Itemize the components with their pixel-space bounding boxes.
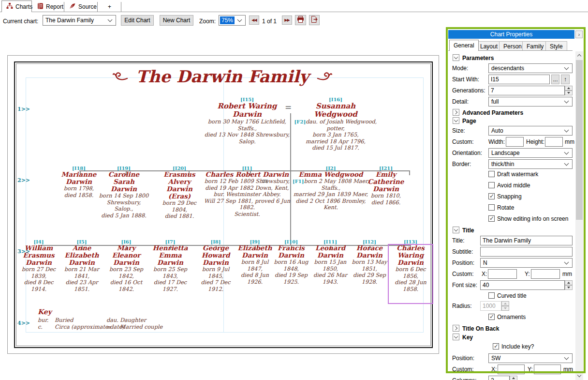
panel-tab-layout[interactable]: Layout xyxy=(476,41,502,51)
next-page-button[interactable]: ▶▶ xyxy=(282,15,292,25)
scrollbar-thumb[interactable] xyxy=(576,60,583,220)
collapse-parameters-button[interactable] xyxy=(453,54,459,61)
key-columns-spinner[interactable] xyxy=(510,376,517,380)
collapse-key-button[interactable] xyxy=(453,334,459,340)
up-arrow-button[interactable]: ↑ xyxy=(561,75,570,84)
orientation-select[interactable]: Landscape xyxy=(488,148,573,158)
person-name[interactable]: Francis Darwin xyxy=(269,244,313,259)
person-name[interactable]: William Erasmus Darwin xyxy=(17,244,60,266)
person-card[interactable]: [I20] Erasmus Alvery Darwin (Eras) born … xyxy=(154,166,205,220)
page-height-input[interactable] xyxy=(545,137,563,147)
person-name[interactable]: Robert Waring Darwin xyxy=(204,102,291,119)
collapse-page-button[interactable] xyxy=(453,117,459,124)
zoom-select[interactable]: 75% xyxy=(219,15,246,26)
key-y-input[interactable] xyxy=(534,365,561,374)
spin-down-icon[interactable] xyxy=(565,91,573,95)
person-card[interactable]: [I16] Susannah Wedgwood [F2]dau. of Josi… xyxy=(294,97,377,152)
size-select[interactable]: Auto xyxy=(488,126,573,136)
spin-down-icon[interactable] xyxy=(565,285,573,290)
person-card[interactable]: [I21] Emily Catherine Darwin born 1810, … xyxy=(366,166,406,206)
ornaments-checkbox[interactable] xyxy=(488,314,495,320)
include-key-checkbox[interactable] xyxy=(493,343,499,350)
current-chart-select[interactable]: The Darwin Family xyxy=(43,15,116,26)
panel-tab-family[interactable]: Family xyxy=(522,41,548,51)
curved-title-checkbox[interactable] xyxy=(488,292,495,299)
panel-scrollbar[interactable] xyxy=(575,51,583,380)
browse-button[interactable]: ... xyxy=(551,75,559,84)
person-name[interactable]: Erasmus Alvery Darwin (Eras) xyxy=(154,171,205,200)
person-name[interactable]: Marianne Darwin xyxy=(57,171,101,185)
tab-source[interactable]: Source xyxy=(65,2,98,12)
expand-advanced-button[interactable] xyxy=(453,109,459,116)
spin-up-icon[interactable] xyxy=(565,280,573,285)
snapping-checkbox[interactable] xyxy=(488,193,495,199)
key-position-select[interactable]: SW xyxy=(488,353,573,363)
page-width-input[interactable] xyxy=(506,137,524,147)
tab-new[interactable]: + xyxy=(98,2,121,12)
person-name[interactable]: George Howard Darwin xyxy=(194,244,237,266)
chart-title[interactable]: The Darwin Family xyxy=(136,67,309,86)
person-name[interactable]: Emily Catherine Darwin xyxy=(366,171,406,193)
panel-expand-button[interactable]: › xyxy=(575,30,583,38)
person-card[interactable]: [I6] Mary Eleanor Darwin born 23 Sep 184… xyxy=(104,239,148,292)
print-button[interactable] xyxy=(295,15,306,25)
expand-title-on-back-button[interactable] xyxy=(453,325,459,332)
title-position-select[interactable]: N xyxy=(480,258,573,268)
subtitle-input[interactable] xyxy=(480,247,573,257)
show-editing-info-checkbox[interactable] xyxy=(488,215,495,222)
person-name[interactable]: Caroline Sarah Darwin xyxy=(98,171,149,193)
person-card[interactable]: [I15] Robert Waring Darwin born 30 May 1… xyxy=(204,97,291,145)
person-name[interactable]: Leonard Darwin xyxy=(309,244,352,259)
panel-tab-general[interactable]: General xyxy=(449,40,479,51)
title-x-input[interactable] xyxy=(488,269,517,279)
person-card[interactable]: [I12] Horace Darwin born 13 May 1851, di… xyxy=(348,239,391,285)
person-name[interactable]: Charles Robert Darwin xyxy=(203,171,292,178)
person-name[interactable]: Mary Eleanor Darwin xyxy=(104,244,148,266)
font-size-input[interactable] xyxy=(480,280,565,290)
person-name[interactable]: Henrietta Emma Darwin xyxy=(148,244,192,266)
tab-report[interactable]: Report xyxy=(33,2,64,12)
title-y-input[interactable] xyxy=(531,269,560,279)
avoid-middle-label: Avoid middle xyxy=(497,182,530,189)
person-card[interactable]: [I8] George Howard Darwin born 9 Jul 184… xyxy=(194,239,237,292)
person-name[interactable]: Susannah Wedgwood xyxy=(294,102,377,119)
panel-title-bar[interactable]: Chart Properties xyxy=(448,30,574,39)
generations-input[interactable] xyxy=(488,86,565,95)
person-card[interactable]: [I19] Caroline Sarah Darwin born 14 Sep … xyxy=(98,166,149,219)
person-card[interactable]: [I7] Henrietta Emma Darwin born 25 Sep 1… xyxy=(148,239,192,292)
key-columns-input[interactable] xyxy=(488,376,510,380)
font-size-spinner[interactable] xyxy=(565,280,573,290)
export-button[interactable] xyxy=(309,15,320,25)
generations-spinner[interactable] xyxy=(565,86,573,95)
spin-up-icon[interactable] xyxy=(565,86,573,91)
rotate-checkbox[interactable] xyxy=(488,204,495,211)
panel-tab-style[interactable]: Style xyxy=(545,41,567,51)
person-card[interactable]: [I1] Charles Robert Darwin born 12 Feb 1… xyxy=(203,166,292,217)
person-card[interactable]: [I2] Emma Wedgwood [F1]born 2 May 1808 M… xyxy=(290,166,372,211)
person-card[interactable]: [I18] Marianne Darwin born 1798, died 18… xyxy=(57,166,101,198)
border-select[interactable]: thick/thin xyxy=(488,159,573,169)
key-x-input[interactable] xyxy=(498,365,525,374)
mode-select[interactable]: descendants xyxy=(488,63,573,73)
prev-page-button[interactable]: ◀◀ xyxy=(249,15,259,25)
collapse-title-button[interactable] xyxy=(453,227,459,233)
avoid-middle-checkbox[interactable] xyxy=(488,182,495,188)
new-chart-button[interactable]: New Chart xyxy=(160,15,193,26)
person-name[interactable]: Anne Elizabeth Darwin xyxy=(60,244,103,266)
scroll-down-button[interactable] xyxy=(575,372,583,380)
detail-select[interactable]: full xyxy=(488,97,573,106)
person-card[interactable]: [I10] Francis Darwin born 16 Aug 1848, d… xyxy=(269,239,313,285)
person-card[interactable]: [I11] Leonard Darwin born 15 Jan 1850, d… xyxy=(309,239,352,285)
person-name[interactable]: Horace Darwin xyxy=(348,244,391,259)
scroll-up-button[interactable] xyxy=(575,51,583,60)
edit-chart-button[interactable]: Edit Chart xyxy=(121,15,154,26)
draft-watermark-checkbox[interactable] xyxy=(488,171,495,177)
start-with-input[interactable] xyxy=(488,75,550,84)
tab-charts[interactable]: Charts xyxy=(1,0,32,12)
person-name[interactable]: Emma Wedgwood xyxy=(290,171,372,178)
spin-up-icon[interactable] xyxy=(510,376,517,380)
title-input[interactable] xyxy=(480,236,573,245)
person-card[interactable]: [I5] Anne Elizabeth Darwin born 21 Mar 1… xyxy=(60,239,103,292)
person-card[interactable]: [I4] William Erasmus Darwin born 27 Dec … xyxy=(17,239,60,292)
tab-source-label: Source xyxy=(78,3,97,10)
